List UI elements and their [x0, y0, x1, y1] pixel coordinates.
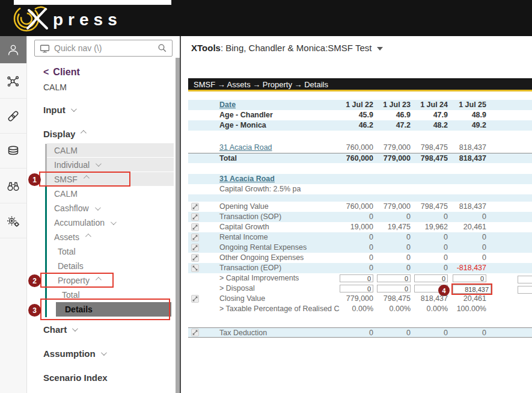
search-icon: [157, 43, 167, 53]
back-chevron-icon: <: [43, 67, 49, 77]
expand-icon: [192, 330, 198, 335]
rail-item-network[interactable]: [0, 64, 26, 99]
rail-item-client[interactable]: [0, 36, 26, 64]
value-cell: 45.9: [340, 110, 377, 120]
property-link[interactable]: 31 Acacia Road: [219, 175, 275, 183]
value-input[interactable]: [453, 274, 486, 282]
value-cell: [340, 174, 377, 184]
sidebar-tree-item[interactable]: CALM: [47, 143, 174, 157]
date-link[interactable]: Date: [219, 101, 236, 109]
value-cell: 20,461: [451, 222, 490, 232]
rail-item-search[interactable]: [0, 169, 26, 203]
row-label: Transaction (SOP): [204, 212, 340, 222]
sidebar-tree-item[interactable]: Assets: [27, 230, 180, 244]
value-cell: 0.00%: [340, 304, 377, 314]
tree-guide-gray: [45, 144, 47, 187]
value-cell: 0: [451, 232, 490, 243]
row-icon-cell: [188, 263, 204, 273]
table-row: 31 Acacia Road 760,000 779,000 798,475 8…: [188, 143, 532, 153]
sidebar-tree-item[interactable]: Property: [27, 273, 180, 288]
value-input[interactable]: [377, 285, 411, 292]
expand-row-button[interactable]: [191, 264, 199, 272]
expand-row-button[interactable]: [191, 234, 199, 241]
row-icon-cell: [188, 294, 204, 304]
table-row: Age - Monica 46.2 47.2 48.2 49.2: [188, 120, 532, 131]
value-input[interactable]: [340, 285, 373, 292]
expand-row-button[interactable]: [191, 213, 199, 221]
sidebar-scrollbar[interactable]: [176, 58, 180, 393]
value-cell: 47.2: [377, 120, 414, 131]
sidebar-tree-item[interactable]: SMSF: [47, 172, 174, 186]
expand-row-button[interactable]: [191, 254, 199, 262]
row-label: Age - Monica: [204, 120, 340, 131]
expand-row-button[interactable]: [191, 244, 199, 252]
value-input[interactable]: [340, 274, 373, 282]
cutoff-input[interactable]: [13, 0, 172, 5]
value-cell: [414, 273, 451, 283]
expand-row-button[interactable]: [191, 329, 199, 336]
sidebar-tree-item[interactable]: CALM: [27, 187, 180, 201]
value-cell-clipped: [490, 283, 532, 294]
value-cell: 1 Jul 23: [377, 100, 414, 110]
rail-item-accounts[interactable]: [0, 134, 26, 169]
sidebar-tree-item[interactable]: Accumulation: [27, 215, 180, 230]
page-title[interactable]: XTools: Bing, Chandler & Monica:SMSF Tes…: [191, 43, 383, 53]
property-link[interactable]: 31 Acacia Road: [219, 143, 272, 152]
sidebar-tree-item[interactable]: Total: [27, 288, 180, 302]
back-to-client[interactable]: <Client: [43, 67, 180, 78]
section-chart[interactable]: Chart: [43, 324, 180, 335]
value-input[interactable]: [518, 286, 532, 294]
rail-item-link[interactable]: [0, 99, 26, 134]
details-table: Date 1 Jul 22 1 Jul 23 1 Jul 24 1 Jul 25…: [188, 100, 532, 338]
sidebar-tree-item[interactable]: Total: [27, 244, 180, 259]
quicknav-input[interactable]: [54, 43, 153, 53]
value-cell: [377, 174, 414, 184]
table-row: Transaction (SOP) 0 0 0 0: [188, 212, 532, 222]
value-cell: 0: [451, 253, 490, 263]
value-cell: 0: [414, 253, 451, 263]
sidebar-tree-item[interactable]: Details: [27, 259, 180, 273]
svg-text:press: press: [53, 10, 122, 29]
row-icon-cell: [188, 202, 204, 212]
value-cell: 0: [340, 253, 377, 263]
sidebar-tree-item[interactable]: Cashflow: [27, 201, 180, 215]
section-display[interactable]: Display: [43, 129, 180, 139]
row-icon-cell: [188, 243, 204, 253]
expand-icon: [192, 224, 198, 230]
value-cell: [451, 174, 490, 184]
section-assumption[interactable]: Assumption: [43, 348, 180, 359]
row-label: Capital Growth: [204, 222, 340, 232]
value-cell: 760,000: [340, 153, 377, 163]
value-cell-clipped: [490, 174, 532, 184]
expand-row-button[interactable]: [191, 295, 199, 303]
value-input[interactable]: [377, 274, 411, 282]
chevron-icon: [85, 234, 91, 240]
expand-row-button[interactable]: [191, 223, 199, 231]
row-label: Capital Growth: 2.5% pa: [204, 184, 340, 194]
sidebar-tree-item[interactable]: Details: [56, 302, 171, 317]
table-spacer: [188, 131, 532, 143]
value-cell-clipped: [490, 328, 532, 337]
section-scenario-index[interactable]: Scenario Index: [43, 373, 180, 383]
row-label: Ongoing Rental Expenses: [204, 243, 340, 253]
expand-row-button[interactable]: [191, 203, 199, 211]
value-cell: 0: [340, 263, 377, 273]
value-input[interactable]: [453, 285, 491, 294]
sidebar-tree-item[interactable]: Individual: [47, 158, 174, 172]
value-cell-clipped: [490, 143, 532, 153]
value-cell: 0: [377, 253, 414, 263]
binoculars-icon: [6, 179, 20, 193]
table-row: Rental Income 0 0 0 0: [188, 232, 532, 243]
rail-item-settings[interactable]: [0, 203, 26, 238]
value-cell: [451, 184, 490, 194]
section-input[interactable]: Input: [43, 105, 180, 115]
value-cell: 0: [414, 232, 451, 243]
network-icon: [6, 74, 20, 88]
value-input[interactable]: [414, 274, 448, 282]
display-tree: CALM Individual SMSF CALM Cashflow Accum…: [27, 143, 180, 317]
value-input[interactable]: [518, 276, 532, 283]
value-cell: 1 Jul 25: [451, 100, 490, 110]
annotation-badge-3: 3: [28, 304, 41, 317]
value-cell: 46.9: [377, 110, 414, 120]
value-cell: 798,475: [377, 294, 414, 304]
